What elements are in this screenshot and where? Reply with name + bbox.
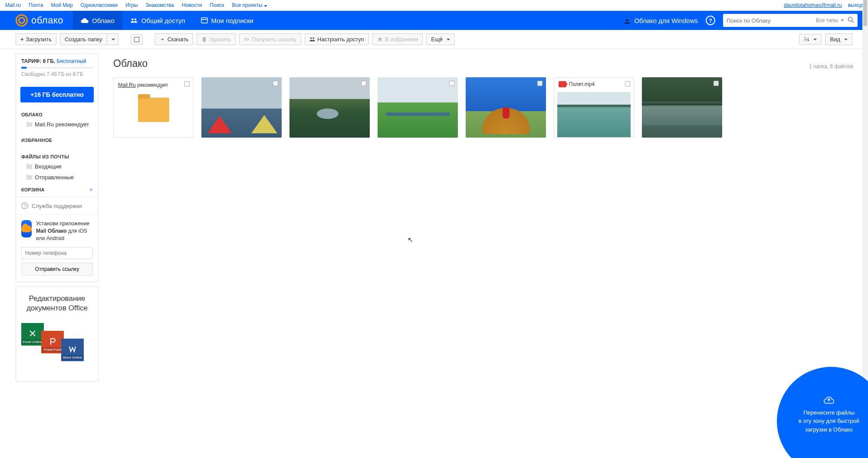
people-icon [309,36,315,42]
folder-icon [138,98,169,122]
caret-down-icon [813,39,817,40]
upload-button[interactable]: +Загрузить [16,33,56,45]
trash-indicator-icon [89,188,93,191]
create-folder-button[interactable]: Создать папку [60,33,107,45]
search-icon [848,16,854,23]
portal-link-mymir[interactable]: Мой Мир [51,2,72,8]
scroll-thumb[interactable] [863,0,867,26]
account-email-link[interactable]: daunitotahomas@mail.ru [784,2,842,8]
item-count: 1 папка, 6 файлов [809,63,853,69]
app-promo-text: Установи приложение Mail Облако для iOS … [36,220,93,242]
tab-cloud-label: Облако [92,17,115,24]
storage-free-text: Свободно 7.46 ГБ из 8 ГБ [21,71,93,77]
select-all-button[interactable] [131,34,143,45]
word-icon[interactable]: Word Online [61,339,84,361]
svg-line-5 [852,21,854,23]
excel-icon[interactable]: Excel Online [21,323,44,346]
portal-link-mailru[interactable]: Mail.ru [5,2,21,8]
download-icon [624,17,631,24]
search-type-dropdown[interactable]: Все типы [816,17,844,23]
header-tabs: Облако Общий доступ Мои подписки [73,11,261,30]
download-icon [160,36,165,42]
thumbnail [642,77,722,138]
section-favorites: ИЗБРАННОЕ [16,134,98,145]
windows-download-link[interactable]: Облако для Windows [624,17,698,24]
section-cloud: ОБЛАКО [16,109,98,119]
office-promo: Редактирование документов Office Excel O… [16,287,99,381]
send-link-button[interactable]: Отправить ссылку [21,263,93,276]
tile-checkbox[interactable] [449,81,454,86]
sort-button[interactable] [799,34,822,45]
tile-photo-2[interactable] [289,77,370,138]
tab-shared[interactable]: Общий доступ [122,11,193,30]
help-button[interactable]: ? [706,16,715,25]
svg-rect-2 [201,18,207,23]
checkbox-icon [134,37,139,42]
portal-link-dating[interactable]: Знакомства [146,2,174,8]
svg-point-0 [132,19,134,21]
app-promo: Установи приложение Mail Облако для iOS … [16,215,98,247]
portal-link-mail[interactable]: Почта [29,2,43,8]
logo-text: облако [31,15,63,26]
folder-icon [26,122,32,127]
tile-folder-recommend[interactable]: Mail.Ru рекомендует [113,77,194,138]
portal-topnav: Mail.ru Почта Мой Мир Одноклассники Игры… [0,0,868,11]
bonus-storage-button[interactable]: +16 ГБ бесплатно [20,87,94,102]
tile-video-polet[interactable]: Полет.mp4 [554,77,634,138]
logout-link[interactable]: выход [848,2,863,8]
mouse-cursor: ↖ [408,236,413,244]
view-button[interactable]: Вид [825,33,852,45]
portal-link-news[interactable]: Новости [182,2,202,8]
tile-checkbox[interactable] [625,81,630,86]
caret-down-icon [447,39,450,40]
tile-photo-4[interactable] [466,77,546,138]
svg-point-7 [312,37,314,39]
sidebar-item-inbox[interactable]: Входящие [16,161,98,172]
sidebar-item-recommend[interactable]: Mail.Ru рекомендует [16,119,98,130]
portal-links: Mail.ru Почта Мой Мир Одноклассники Игры… [5,2,267,8]
sidebar-item-sent[interactable]: Отправленные [16,172,98,183]
portal-link-games[interactable]: Игры [125,2,138,8]
tile-checkbox[interactable] [361,81,366,86]
portal-link-ok[interactable]: Одноклассники [81,2,118,8]
help-icon: ? [21,202,28,209]
tariff-plan-link[interactable]: Бесплатный [57,58,86,64]
portal-link-all[interactable]: Все проекты [232,2,267,8]
office-icons: Excel Online PowerPoint Word Online [21,320,93,355]
tab-cloud[interactable]: Облако [73,11,122,30]
more-button[interactable]: Ещё [426,33,455,45]
tile-photo-3[interactable] [378,77,458,138]
page-title: Облако [113,58,148,69]
tile-photo-5[interactable] [642,77,722,138]
logo-at-icon [16,14,28,26]
svg-point-4 [848,17,852,21]
get-link-button[interactable]: Получить ссылку [239,33,301,45]
tab-subscriptions[interactable]: Мои подписки [193,11,261,30]
portal-link-search[interactable]: Поиск [210,2,224,8]
download-button[interactable]: Скачать [155,33,194,45]
create-folder-more[interactable] [107,33,118,45]
storage-progress-fill [21,67,26,69]
caret-down-icon [112,39,115,40]
sidebar: ТАРИФ: 8 ГБ. Бесплатный Свободно 7.46 ГБ… [16,53,99,282]
sidebar-trash[interactable]: КОРЗИНА [16,183,98,197]
phone-input[interactable] [21,247,93,259]
tile-checkbox[interactable] [537,81,542,86]
thumbnail [557,92,631,137]
folder-icon [26,165,32,169]
logo[interactable]: облако [0,14,73,26]
app-header: облако Облако Общий доступ Мои подписки … [0,11,868,30]
folder-icon [26,175,32,180]
delete-button[interactable]: Удалить [197,33,236,45]
video-header: Полет.mp4 [559,81,595,87]
tile-checkbox[interactable] [713,81,719,86]
tile-photo-1[interactable] [201,77,282,138]
favorite-button[interactable]: В избранное [372,33,423,45]
support-link[interactable]: ? Служба поддержки [16,197,98,214]
search-button[interactable] [848,16,854,24]
tile-checkbox[interactable] [184,81,190,86]
configure-access-button[interactable]: Настроить доступ [305,33,369,45]
tile-checkbox[interactable] [273,81,278,86]
search-input[interactable] [727,17,816,24]
powerpoint-icon[interactable]: PowerPoint [41,331,64,353]
